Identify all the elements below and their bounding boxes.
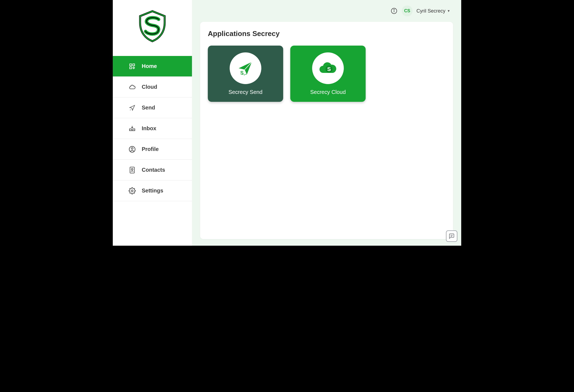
user-icon: [129, 146, 136, 153]
sidebar-item-contacts[interactable]: Contacts: [113, 160, 192, 180]
cloud-icon: [129, 84, 136, 91]
tile-label: Secrecy Send: [229, 89, 263, 95]
feedback-button[interactable]: [446, 230, 457, 242]
sidebar-item-send[interactable]: Send: [113, 97, 192, 118]
panel-title: Applications Secrecy: [208, 29, 445, 38]
sidebar-item-label: Inbox: [142, 125, 156, 132]
gear-icon: [129, 187, 136, 194]
sidebar-item-cloud[interactable]: Cloud: [113, 77, 192, 97]
id-card-icon: [129, 167, 136, 174]
sidebar-item-home[interactable]: Home: [113, 56, 192, 77]
app-frame: Home Cloud Send Inbox: [107, 0, 467, 246]
svg-rect-1: [133, 64, 135, 66]
sidebar: Home Cloud Send Inbox: [113, 0, 192, 246]
avatar-initials: CS: [404, 8, 410, 13]
plane-icon: [129, 104, 136, 111]
svg-point-6: [131, 168, 133, 170]
info-button[interactable]: [390, 7, 398, 15]
svg-text:S: S: [240, 70, 244, 76]
avatar[interactable]: CS: [402, 5, 413, 16]
svg-rect-2: [130, 67, 132, 69]
main: CS Cyril Secrecy ▼ Applications Secrecy …: [192, 0, 461, 246]
tile-label: Secrecy Cloud: [310, 89, 346, 95]
sidebar-item-label: Home: [142, 63, 157, 69]
svg-text:S: S: [327, 66, 331, 72]
applications-panel: Applications Secrecy S Secrecy Send: [200, 22, 453, 239]
chevron-down-icon: ▼: [447, 9, 450, 13]
topbar: CS Cyril Secrecy ▼: [200, 0, 453, 22]
sidebar-item-profile[interactable]: Profile: [113, 139, 192, 160]
sidebar-nav: Home Cloud Send Inbox: [113, 56, 192, 201]
sidebar-item-label: Profile: [142, 146, 159, 152]
svg-rect-0: [130, 64, 132, 66]
send-app-icon: S: [230, 52, 261, 84]
sidebar-item-label: Cloud: [142, 84, 157, 90]
user-name: Cyril Secrecy: [416, 8, 445, 14]
sidebar-item-label: Send: [142, 105, 155, 111]
info-icon: [391, 8, 397, 14]
sidebar-item-inbox[interactable]: Inbox: [113, 118, 192, 139]
sidebar-item-settings[interactable]: Settings: [113, 180, 192, 201]
grid-icon: [129, 63, 136, 70]
tile-secrecy-cloud[interactable]: S Secrecy Cloud: [290, 46, 366, 102]
svg-point-4: [131, 147, 133, 149]
svg-point-10: [394, 9, 394, 10]
inbox-icon: [129, 125, 136, 132]
sidebar-item-label: Settings: [142, 188, 163, 194]
cloud-app-icon: S: [312, 52, 344, 84]
logo: [113, 0, 192, 56]
user-menu[interactable]: Cyril Secrecy ▼: [416, 8, 450, 14]
svg-point-7: [131, 190, 133, 192]
sidebar-item-label: Contacts: [142, 167, 165, 173]
applications-tiles: S Secrecy Send S Secrecy Cloud: [208, 46, 445, 102]
chat-icon: [449, 233, 455, 239]
shield-s-logo-icon: [137, 10, 167, 42]
tile-secrecy-send[interactable]: S Secrecy Send: [208, 46, 283, 102]
